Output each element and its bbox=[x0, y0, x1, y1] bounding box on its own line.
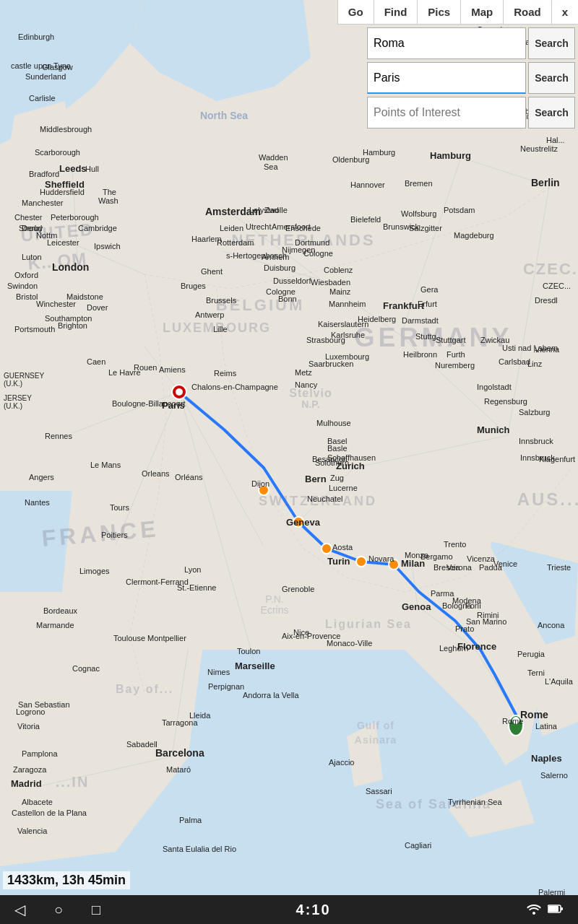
svg-text:Luton: Luton bbox=[22, 253, 42, 261]
back-button[interactable]: ◁ bbox=[14, 901, 25, 918]
svg-text:Peterborough: Peterborough bbox=[51, 213, 99, 222]
svg-text:Bay of...: Bay of... bbox=[116, 683, 173, 695]
svg-text:San Sebastian: San Sebastian bbox=[18, 700, 70, 709]
svg-text:Hannover: Hannover bbox=[350, 180, 385, 189]
svg-text:Bern: Bern bbox=[305, 474, 327, 484]
svg-text:Bielefeld: Bielefeld bbox=[350, 215, 381, 224]
svg-text:...: ... bbox=[533, 345, 540, 354]
svg-text:Bradford: Bradford bbox=[29, 170, 59, 178]
svg-text:Oxford: Oxford bbox=[14, 271, 38, 279]
svg-text:Geneva: Geneva bbox=[286, 517, 321, 528]
svg-text:Bonn: Bonn bbox=[278, 295, 297, 303]
svg-text:(U.K.): (U.K.) bbox=[4, 380, 22, 388]
svg-text:Castellon de la Plana: Castellon de la Plana bbox=[12, 808, 87, 817]
road-button[interactable]: Road bbox=[504, 0, 552, 24]
svg-text:Hamburg: Hamburg bbox=[363, 148, 395, 157]
svg-text:N.P.: N.P. bbox=[301, 398, 319, 410]
svg-text:...IN: ...IN bbox=[56, 774, 90, 790]
svg-text:castle upon Tyne: castle upon Tyne bbox=[11, 61, 71, 70]
svg-text:Monaco-Ville: Monaco-Ville bbox=[327, 639, 372, 648]
svg-text:The: The bbox=[103, 188, 116, 196]
svg-text:Poitiers: Poitiers bbox=[101, 531, 128, 539]
svg-text:Carlsbad: Carlsbad bbox=[499, 357, 530, 366]
svg-text:P.N.: P.N. bbox=[265, 593, 283, 605]
svg-text:Basle: Basle bbox=[327, 444, 348, 453]
svg-text:Berlin: Berlin bbox=[531, 177, 560, 188]
search-button-3[interactable]: Search bbox=[528, 97, 575, 128]
close-button[interactable]: x bbox=[552, 0, 578, 24]
svg-text:Linz: Linz bbox=[527, 359, 543, 368]
svg-text:Rotterdam: Rotterdam bbox=[217, 238, 254, 247]
svg-text:San Marino: San Marino bbox=[466, 617, 506, 626]
svg-text:Rome: Rome bbox=[502, 717, 523, 725]
svg-text:Caen: Caen bbox=[87, 357, 105, 366]
svg-text:Albacete: Albacete bbox=[22, 798, 53, 806]
poi-input[interactable] bbox=[367, 97, 526, 128]
svg-text:Ecrins: Ecrins bbox=[261, 604, 289, 616]
svg-text:Pamplona: Pamplona bbox=[22, 749, 58, 758]
svg-text:L'Aquila: L'Aquila bbox=[545, 677, 574, 686]
svg-text:Sea: Sea bbox=[264, 162, 278, 171]
svg-text:Cagliari: Cagliari bbox=[405, 841, 431, 850]
svg-text:Edinburgh: Edinburgh bbox=[18, 32, 54, 41]
svg-text:Luxembourg: Luxembourg bbox=[325, 352, 369, 361]
svg-text:Mainz: Mainz bbox=[329, 287, 351, 296]
svg-text:Andorra la Vella: Andorra la Vella bbox=[243, 691, 300, 699]
svg-text:Neuchatel: Neuchatel bbox=[307, 494, 343, 503]
svg-text:Stroud: Stroud bbox=[19, 224, 42, 232]
svg-text:Vicenza: Vicenza bbox=[467, 554, 496, 563]
svg-text:Palermi: Palermi bbox=[538, 888, 565, 895]
svg-text:Leeds: Leeds bbox=[59, 163, 87, 174]
svg-text:Gulf of: Gulf of bbox=[357, 720, 394, 731]
svg-text:Kaiserslautern: Kaiserslautern bbox=[318, 320, 368, 328]
svg-text:Regensburg: Regensburg bbox=[484, 397, 527, 406]
search-button-2[interactable]: Search bbox=[528, 62, 575, 94]
pics-button[interactable]: Pics bbox=[418, 0, 461, 24]
top-buttons: Go Find Pics Map Road x bbox=[337, 0, 578, 25]
svg-text:Portsmouth: Portsmouth bbox=[14, 325, 55, 334]
map-button[interactable]: Map bbox=[461, 0, 504, 24]
svg-text:Maidstone: Maidstone bbox=[66, 292, 103, 301]
svg-text:Madrid: Madrid bbox=[11, 778, 42, 789]
search-row-2: Search bbox=[367, 62, 575, 94]
svg-text:Klagenfurt: Klagenfurt bbox=[539, 455, 575, 463]
svg-point-24 bbox=[322, 544, 332, 554]
map-view[interactable]: FRANCE GERMANY BELGIUM NETHERLANDS SWITZ… bbox=[0, 0, 578, 895]
svg-text:Tyrrhenian Sea: Tyrrhenian Sea bbox=[448, 798, 502, 806]
svg-text:Zaragoza: Zaragoza bbox=[13, 765, 47, 774]
svg-text:Utrecht: Utrecht bbox=[246, 222, 271, 231]
svg-text:Scarborough: Scarborough bbox=[35, 148, 80, 157]
svg-point-28 bbox=[176, 388, 183, 396]
svg-point-25 bbox=[356, 557, 366, 567]
svg-text:Sunderland: Sunderland bbox=[25, 72, 66, 81]
svg-text:Cognac: Cognac bbox=[72, 664, 100, 673]
origin-input[interactable] bbox=[367, 62, 526, 94]
svg-text:Lille: Lille bbox=[213, 325, 228, 334]
svg-text:Terni: Terni bbox=[527, 668, 545, 677]
svg-text:Duisburg: Duisburg bbox=[264, 263, 296, 272]
svg-text:Swindon: Swindon bbox=[7, 282, 38, 290]
svg-text:Amiens: Amiens bbox=[159, 365, 186, 374]
destination-input[interactable] bbox=[367, 27, 526, 59]
home-button[interactable]: ○ bbox=[54, 902, 63, 918]
find-button[interactable]: Find bbox=[374, 0, 418, 24]
svg-text:Ipswich: Ipswich bbox=[94, 242, 121, 250]
go-button[interactable]: Go bbox=[338, 0, 374, 24]
nav-buttons: ◁ ○ □ bbox=[14, 901, 100, 918]
search-row-1: Search bbox=[367, 27, 575, 59]
svg-text:Genoa: Genoa bbox=[402, 601, 431, 612]
svg-text:Coblenz: Coblenz bbox=[324, 266, 353, 274]
svg-text:Rennes: Rennes bbox=[45, 432, 72, 440]
svg-text:Toulouse: Toulouse bbox=[113, 634, 145, 642]
battery-icon bbox=[548, 902, 564, 918]
svg-text:Le Mans: Le Mans bbox=[90, 461, 121, 469]
svg-text:Orléans: Orléans bbox=[175, 473, 203, 481]
svg-text:Wadden: Wadden bbox=[259, 153, 288, 162]
svg-text:Mannheim: Mannheim bbox=[329, 300, 366, 308]
svg-text:Barcelona: Barcelona bbox=[155, 747, 204, 759]
svg-text:Nice: Nice bbox=[293, 628, 309, 637]
svg-text:Zug: Zug bbox=[330, 474, 344, 482]
recents-button[interactable]: □ bbox=[92, 902, 100, 918]
search-button-1[interactable]: Search bbox=[528, 27, 575, 59]
svg-text:AUS...: AUS... bbox=[517, 489, 578, 509]
